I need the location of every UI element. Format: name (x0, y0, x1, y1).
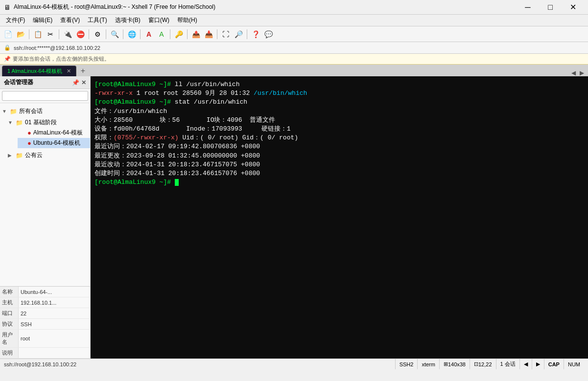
tab-almalinux[interactable]: 1 AlmaLinux-64-模板机 ✕ (2, 66, 76, 76)
new-tab-button[interactable]: + (77, 66, 89, 76)
perm-ls: -rwxr-xr-x (94, 90, 133, 97)
status-nav-right[interactable]: ▶ (532, 359, 544, 369)
window-title: AlmaLinux-64-模板机 - root@AlmaLinux9:~ - X… (14, 3, 215, 11)
prompt-2: [root@AlmaLinux9 ~]# (94, 98, 175, 106)
info-panel: 名称 Ubuntu-64-... 主机 192.168.10.1... 端口 2… (0, 286, 90, 359)
info-label-protocol: 协议 (0, 319, 19, 329)
color-button[interactable]: A (156, 28, 167, 40)
sidebar-item-label-all: 所有会话 (19, 107, 43, 115)
fullscreen-button[interactable]: ⛶ (220, 28, 232, 40)
sidebar-item-almalinux[interactable]: ● AlmaLinux-64-模板 (18, 128, 90, 138)
cmd-1: ll /usr/bin/which (175, 81, 240, 88)
terminal-line-7: 权限：(0755/-rwxr-xr-x) Uid：( 0/ root) Gid：… (94, 134, 584, 142)
tree-node-all-sessions: ▼ 📁 所有会话 ▼ 📁 01 基础阶段 ● (0, 105, 90, 162)
info-value-port: 22 (19, 309, 28, 318)
sidebar-item-all-sessions[interactable]: ▼ 📁 所有会话 (0, 106, 90, 116)
tab-prev-button[interactable]: ◀ (569, 69, 578, 76)
sidebar-item-label-cloud: 公有云 (25, 151, 43, 159)
zoom-button[interactable]: 🔎 (233, 28, 244, 40)
status-sessions-label: 1 会话 (500, 360, 516, 368)
status-address: ssh://root@192.168.10.100:22 (4, 361, 395, 367)
toolbar-separator-8 (187, 29, 188, 39)
copy-button[interactable]: 📋 (32, 28, 44, 40)
pin-icon: 📌 (4, 56, 11, 62)
connect-button[interactable]: 🔌 (62, 28, 73, 40)
sidebar-pin-button[interactable]: 📌 (72, 79, 79, 86)
terminal-line-6: 设备：fd00h/64768d Inode：17093993 硬链接：1 (94, 125, 584, 134)
sidebar-item-label-almalinux: AlmaLinux-64-模板 (33, 129, 83, 137)
stat-atime: 最近访问：2024-02-17 09:19:42.800706836 +0800 (94, 143, 260, 150)
main-area: 1 AlmaLinux-64-模板机 ✕ + ◀ ▶ 会话管理器 📌 ✕ (0, 65, 588, 359)
terminal-line-11: 创建时间：2024-01-31 20:18:23.466157076 +0800 (94, 169, 584, 178)
menu-item-f[interactable]: 文件(F) (2, 15, 29, 25)
sidebar-header: 会话管理器 📌 ✕ (0, 76, 90, 89)
font-button[interactable]: A (143, 28, 155, 40)
terminal-line-10: 最近改动：2024-01-31 20:18:23.467157075 +0800 (94, 160, 584, 169)
comment-button[interactable]: 💬 (262, 28, 274, 40)
new-session-button[interactable]: 📄 (2, 28, 14, 40)
toolbar-separator-9 (217, 29, 217, 39)
status-ssh: SSH2 (395, 359, 418, 369)
menu-item-b[interactable]: 选项卡(B) (111, 15, 144, 25)
ls-details: 1 root root 28560 9月 28 01:32 (133, 90, 254, 97)
info-bar: 📌 要添加当前会话，点击左侧的箭头按钮。 (0, 54, 588, 65)
tab-bar: 1 AlmaLinux-64-模板机 ✕ + ◀ ▶ (0, 65, 588, 76)
terminal-area: 会话管理器 📌 ✕ ▼ 📁 所有会话 (0, 76, 588, 359)
stat-perm-val: (0755/-rwxr-xr-x) (114, 134, 179, 141)
menu-item-h[interactable]: 帮助(H) (173, 15, 201, 25)
stat-file: 文件：/usr/bin/which (94, 108, 167, 115)
transfer-button[interactable]: 📤 (190, 28, 202, 40)
status-ssh-label: SSH2 (400, 361, 414, 367)
status-size-label: 140x38 (448, 361, 466, 367)
disconnect-button[interactable]: ⛔ (74, 28, 86, 40)
status-nav-left[interactable]: ◀ (519, 359, 532, 369)
tab-close-icon[interactable]: ✕ (67, 68, 71, 74)
status-pos-icon: ⊡ (474, 361, 478, 367)
find-button[interactable]: 🔍 (109, 28, 120, 40)
menu-item-v[interactable]: 查看(V) (56, 15, 84, 25)
tab-next-button[interactable]: ▶ (578, 69, 586, 76)
menu-item-e[interactable]: 编辑(E) (29, 15, 56, 25)
sidebar-close-button[interactable]: ✕ (81, 79, 86, 86)
stat-mtime: 最近更改：2023-09-28 01:32:45.000000000 +0800 (94, 152, 260, 159)
cmd-2: stat /usr/bin/which (175, 98, 247, 106)
stat-ctime: 最近改动：2024-01-31 20:18:23.467157075 +0800 (94, 161, 260, 168)
open-button[interactable]: 📂 (15, 28, 26, 40)
menu-item-w[interactable]: 窗口(W) (144, 15, 173, 25)
globe-button[interactable]: 🌐 (126, 28, 138, 40)
menu-item-t[interactable]: 工具(T) (84, 15, 111, 25)
cut-button[interactable]: ✂ (45, 28, 56, 40)
status-term: xterm (417, 359, 439, 369)
stat-uid-gid: Uid：( 0/ root) Gid：( 0/ root) (179, 134, 298, 141)
app-icon: 🖥 (4, 3, 11, 11)
sidebar-item-label-ubuntu: Ubuntu-64-模板机 (33, 139, 80, 147)
info-row-note: 说明 (0, 348, 90, 359)
maximize-button[interactable]: □ (539, 0, 562, 15)
info-bar-text: 要添加当前会话，点击左侧的箭头按钮。 (13, 55, 110, 63)
sidebar-search-input[interactable] (2, 91, 88, 101)
session-icon-ubuntu: ● (27, 139, 31, 147)
settings-button[interactable]: ⚙ (92, 28, 103, 40)
info-label-note: 说明 (0, 348, 19, 358)
window-controls: ─ □ ✕ (517, 0, 584, 15)
menu-bar: 文件(F)编辑(E)查看(V)工具(T)选项卡(B)窗口(W)帮助(H) (0, 15, 588, 26)
help-button[interactable]: ❓ (250, 28, 261, 40)
session-icon-alma: ● (27, 129, 31, 136)
info-value-username: root (19, 334, 32, 343)
minimize-button[interactable]: ─ (517, 0, 539, 15)
transfer2-button[interactable]: 📥 (203, 28, 214, 40)
sidebar-header-icons: 📌 ✕ (72, 79, 86, 86)
status-term-label: xterm (422, 361, 435, 367)
toolbar-separator-2 (59, 29, 59, 39)
toolbar-separator-5 (123, 29, 123, 39)
terminal[interactable]: [root@AlmaLinux9 ~]# ll /usr/bin/which -… (91, 76, 588, 359)
toolbar: 📄 📂 📋 ✂ 🔌 ⛔ ⚙ 🔍 🌐 A A 🔑 📤 📥 ⛶ 🔎 ❓ 💬 (0, 26, 588, 42)
info-row-protocol: 协议 SSH (0, 319, 90, 330)
sidebar-item-cloud[interactable]: ▶ 📁 公有云 (6, 150, 90, 160)
address-bar: 🔒 ssh://root:******@192.168.10.100:22 (0, 42, 588, 54)
status-sessions: 1 会话 (496, 359, 519, 369)
key-button[interactable]: 🔑 (173, 28, 185, 40)
sidebar-item-ubuntu[interactable]: ● Ubuntu-64-模板机 (18, 138, 90, 148)
close-button[interactable]: ✕ (562, 0, 584, 15)
sidebar-item-01-basics[interactable]: ▼ 📁 01 基础阶段 (6, 117, 90, 128)
